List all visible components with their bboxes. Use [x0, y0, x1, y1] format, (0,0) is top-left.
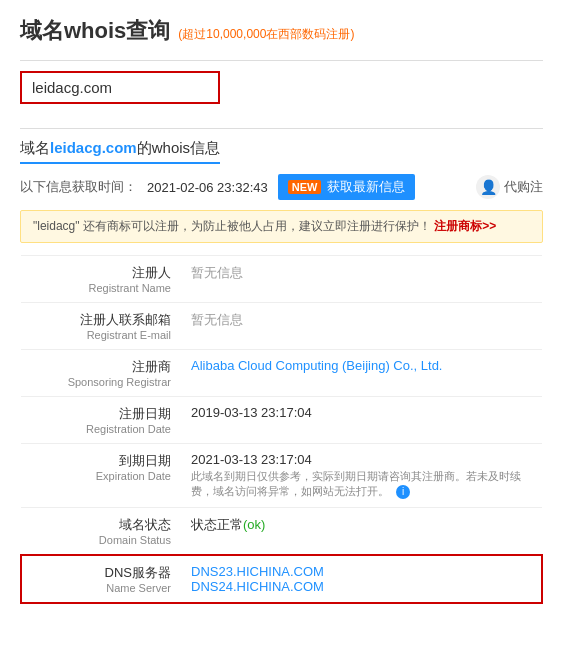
- value-registrant: 暂无信息: [181, 256, 542, 303]
- label-cell-status: 域名状态 Domain Status: [21, 508, 181, 556]
- cn-label-expiry: 到期日期: [31, 452, 171, 470]
- main-title: 域名whois查询: [20, 16, 170, 46]
- refresh-label: 获取最新信息: [327, 178, 405, 196]
- dns-value-1: DNS23.HICHINA.COM: [191, 564, 531, 579]
- label-cell-expiry: 到期日期 Expiration Date: [21, 444, 181, 508]
- table-row: 到期日期 Expiration Date 2021-03-13 23:17:04…: [21, 444, 542, 508]
- cn-label-email: 注册人联系邮箱: [31, 311, 171, 329]
- table-row: 注册日期 Registration Date 2019-03-13 23:17:…: [21, 397, 542, 444]
- label-cell-registrant: 注册人 Registrant Name: [21, 256, 181, 303]
- cn-label-registrant: 注册人: [31, 264, 171, 282]
- value-registrar: Alibaba Cloud Computing (Beijing) Co., L…: [181, 350, 542, 397]
- fetch-time: 2021-02-06 23:32:43: [147, 180, 268, 195]
- agent-icon: 👤: [476, 175, 500, 199]
- agent-button[interactable]: 👤 代购注: [476, 175, 543, 199]
- table-row: 注册人联系邮箱 Registrant E-mail 暂无信息: [21, 303, 542, 350]
- label-cell-regdate: 注册日期 Registration Date: [21, 397, 181, 444]
- cn-label-regdate: 注册日期: [31, 405, 171, 423]
- table-row: 域名状态 Domain Status 状态正常(ok): [21, 508, 542, 556]
- en-label-email: Registrant E-mail: [31, 329, 171, 341]
- cn-label-status: 域名状态: [31, 516, 171, 534]
- agent-label: 代购注: [504, 178, 543, 196]
- label-cell-dns: DNS服务器 Name Server: [21, 555, 181, 603]
- value-dns: DNS23.HICHINA.COM DNS24.HICHINA.COM: [181, 555, 542, 603]
- trademark-link[interactable]: 注册商标>>: [434, 219, 496, 233]
- table-row: 注册商 Sponsoring Registrar Alibaba Cloud C…: [21, 350, 542, 397]
- trademark-notice: "leidacg" 还有商标可以注册，为防止被他人占用，建议立即注册进行保护！ …: [20, 210, 543, 243]
- subtitle: (超过10,000,000在西部数码注册): [178, 26, 354, 43]
- expiry-note: 此域名到期日仅供参考，实际到期日期请咨询其注册商。若未及时续费，域名访问将异常，…: [191, 469, 532, 499]
- header-row: 域名whois查询 (超过10,000,000在西部数码注册): [20, 16, 543, 46]
- search-divider: [20, 128, 543, 129]
- en-label-expiry: Expiration Date: [31, 470, 171, 482]
- section-title-suffix: 的whois信息: [137, 139, 220, 156]
- table-row: 注册人 Registrant Name 暂无信息: [21, 256, 542, 303]
- section-title: 域名leidacg.com的whois信息: [20, 139, 220, 164]
- fetch-label: 以下信息获取时间：: [20, 178, 137, 196]
- value-expiry: 2021-03-13 23:17:04 此域名到期日仅供参考，实际到期日期请咨询…: [181, 444, 542, 508]
- cn-label-dns: DNS服务器: [32, 564, 171, 582]
- en-label-registrar: Sponsoring Registrar: [31, 376, 171, 388]
- info-icon[interactable]: i: [396, 485, 410, 499]
- en-label-status: Domain Status: [31, 534, 171, 546]
- expiry-date: 2021-03-13 23:17:04: [191, 452, 312, 467]
- en-label-dns: Name Server: [32, 582, 171, 594]
- section-title-prefix: 域名: [20, 139, 50, 156]
- value-regdate: 2019-03-13 23:17:04: [181, 397, 542, 444]
- en-label-regdate: Registration Date: [31, 423, 171, 435]
- new-badge: NEW: [288, 180, 322, 194]
- search-value: leidacg.com: [32, 79, 112, 96]
- info-table: 注册人 Registrant Name 暂无信息 注册人联系邮箱 Registr…: [20, 255, 543, 604]
- label-cell-registrar: 注册商 Sponsoring Registrar: [21, 350, 181, 397]
- search-box[interactable]: leidacg.com: [20, 71, 220, 104]
- dns-value-2: DNS24.HICHINA.COM: [191, 579, 531, 594]
- section-domain: leidacg.com: [50, 139, 137, 156]
- trademark-prefix: "leidacg" 还有商标可以注册，为防止被他人占用，建议立即注册进行保护！: [33, 219, 431, 233]
- fetch-time-row: 以下信息获取时间： 2021-02-06 23:32:43 NEW 获取最新信息…: [20, 174, 543, 200]
- cn-label-registrar: 注册商: [31, 358, 171, 376]
- header-divider: [20, 60, 543, 61]
- en-label-registrant: Registrant Name: [31, 282, 171, 294]
- table-row-dns: DNS服务器 Name Server DNS23.HICHINA.COM DNS…: [21, 555, 542, 603]
- label-cell-email: 注册人联系邮箱 Registrant E-mail: [21, 303, 181, 350]
- value-status: 状态正常(ok): [181, 508, 542, 556]
- refresh-button[interactable]: NEW 获取最新信息: [278, 174, 416, 200]
- status-ok-label: (ok): [243, 517, 265, 532]
- value-email: 暂无信息: [181, 303, 542, 350]
